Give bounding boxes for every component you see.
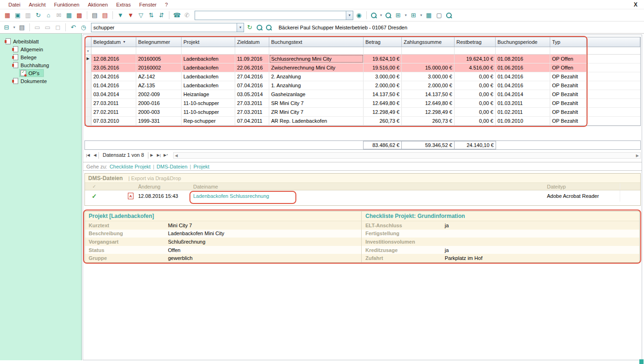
grid-cell[interactable]: Ladenbackofen <box>182 55 235 63</box>
column-header-buchungstext[interactable]: Buchungstext <box>269 37 364 47</box>
grid-cell[interactable]: 0,00 € <box>455 72 496 81</box>
grid-cell[interactable]: 01.04.2016 <box>91 81 136 90</box>
grid-cell[interactable]: SR Mini City 7 <box>269 99 364 107</box>
column-header-zahlungssumme[interactable]: Zahlungssumme <box>402 37 455 47</box>
refresh-icon[interactable]: ↻ <box>34 11 43 20</box>
grid-cell[interactable]: 19.516,00 € <box>364 63 402 72</box>
undo-icon[interactable]: ↶ <box>69 23 78 32</box>
grid-cell[interactable]: OP Bezahlt <box>550 81 587 90</box>
print-icon[interactable]: ▤ <box>90 11 99 20</box>
filter-cell[interactable] <box>182 47 235 54</box>
grid-row[interactable]: 01.04.2016 AZ-135 Ladenbackofen 07.04.20… <box>85 81 640 90</box>
home-icon[interactable]: ⌂ <box>44 11 53 20</box>
grid-cell[interactable]: 20.04.2016 <box>91 72 136 81</box>
grid-cell[interactable]: 2.000,00 € <box>402 81 455 90</box>
menu-datei[interactable]: Datei <box>8 2 21 7</box>
grid-cell[interactable]: 3.000,00 € <box>402 72 455 81</box>
chevron-down-icon[interactable]: ▾ <box>404 11 408 20</box>
grid-cell[interactable]: 260,73 € <box>364 117 402 125</box>
grid-cell[interactable]: 2000-016 <box>136 99 182 107</box>
menu-funktionen[interactable]: Funktionen <box>54 2 79 7</box>
close-icon[interactable]: X <box>634 1 637 8</box>
search-icon[interactable] <box>265 23 273 32</box>
refresh-data-icon[interactable]: ↻ <box>245 23 254 32</box>
table-check-icon[interactable]: ▦ <box>64 11 74 20</box>
goto-link-dms-dateien[interactable]: DMS-Dateien <box>157 164 188 169</box>
grid-cell[interactable]: Zwischenrechnung Mini City <box>269 63 364 72</box>
grid-cell[interactable]: Ladenbackofen <box>182 63 235 72</box>
filter-cell[interactable] <box>364 47 402 54</box>
screen-icon[interactable]: ▢ <box>434 11 444 20</box>
grid-cell[interactable]: AZ-142 <box>136 72 182 81</box>
sort-descending-icon[interactable]: ⇵ <box>157 11 166 20</box>
print-small-icon[interactable]: ▤ <box>17 23 27 32</box>
zoom-in-icon[interactable] <box>255 23 264 32</box>
filter-cell[interactable] <box>402 47 455 54</box>
grid-cell[interactable]: 20160002 <box>136 63 182 72</box>
dms-column-dateityp[interactable]: Dateityp <box>547 184 620 189</box>
menu-ansicht[interactable]: Ansicht <box>29 2 46 7</box>
grid-cell[interactable]: 12.649,80 € <box>364 99 402 107</box>
grid-row[interactable]: 03.04.2014 2002-009 Heizanlage 03.05.201… <box>85 90 640 99</box>
grid-cell[interactable]: 11-10-schupper <box>182 108 235 116</box>
dms-file-name-link[interactable]: Ladenbackofen Schlussrechnung <box>191 193 547 199</box>
menu-help[interactable]: ? <box>165 2 168 7</box>
sidebar-item-ops[interactable]: OP's <box>0 69 81 77</box>
grid-cell[interactable]: 07.03.2010 <box>91 117 136 125</box>
menu-fenster[interactable]: Fenster <box>139 2 156 7</box>
copy-icon[interactable]: ▥ <box>23 11 33 20</box>
filter-funnel-icon[interactable]: ▼ <box>85 47 91 54</box>
chevron-down-icon[interactable]: ▾ <box>419 11 423 20</box>
grid-cell[interactable]: Gasheizanlage <box>269 90 364 98</box>
grid-cell[interactable]: OP Bezahlt <box>550 108 587 116</box>
grid-cell[interactable]: 11.09.2016 <box>235 55 269 63</box>
grid-cell[interactable]: 22.06.2016 <box>235 63 269 72</box>
grid-cell[interactable]: 2000-003 <box>136 108 182 116</box>
column-header-projekt[interactable]: Projekt <box>182 37 235 47</box>
grid-cell[interactable]: 12.298,49 € <box>364 108 402 116</box>
scroll-right-icon[interactable]: ▶ <box>636 154 639 158</box>
filter-cell[interactable] <box>136 47 182 54</box>
grid-cell[interactable]: 27.03.2011 <box>91 99 136 107</box>
grid-cell[interactable]: 01.08.2016 <box>496 55 550 63</box>
grid-cell[interactable]: 07.04.2011 <box>235 117 269 125</box>
grid-cell[interactable]: 01.03.2011 <box>496 99 550 107</box>
sidebar-item-allgemein[interactable]: Allgemein <box>0 45 81 53</box>
filter-cell[interactable] <box>235 47 269 54</box>
grid-cell[interactable]: 4.516,00 € <box>455 63 496 72</box>
comment-icon[interactable]: ▭ <box>33 23 42 32</box>
position-pin-icon[interactable] <box>370 11 378 20</box>
grid-cell[interactable]: 15.000,00 € <box>402 63 455 72</box>
grid-cell[interactable]: 27.04.2016 <box>235 72 269 81</box>
column-header-typ[interactable]: Typ <box>550 37 587 47</box>
grid-cell[interactable]: 19.624,10 € <box>364 55 402 63</box>
grid-cell[interactable]: 01.04.2014 <box>496 90 550 98</box>
column-header-restbetrag[interactable]: Restbetrag <box>455 37 496 47</box>
grid-row[interactable]: ▶ 12.08.2016 20160005 Ladenbackofen 11.0… <box>85 55 640 63</box>
dms-column-aenderung[interactable]: Änderung <box>137 184 191 189</box>
print-cancel-icon[interactable]: ▤ <box>100 11 110 20</box>
grid-cell[interactable]: 03.05.2014 <box>235 90 269 98</box>
grid-cell[interactable] <box>402 55 455 63</box>
search-input[interactable] <box>91 25 237 30</box>
filter-icon[interactable]: ▽ <box>136 11 146 20</box>
scroll-left-icon[interactable]: ◀ <box>175 154 178 158</box>
grid-cell[interactable]: 01.09.2010 <box>496 117 550 125</box>
filter-add-icon[interactable]: ▼ <box>116 11 125 20</box>
nav-new-button[interactable]: ▶* <box>162 152 169 159</box>
chevron-down-icon[interactable]: ▾ <box>346 11 353 20</box>
column-header-betrag[interactable]: Betrag <box>364 37 402 47</box>
grid-cell[interactable]: 20160005 <box>136 55 182 63</box>
goto-link-checkliste-projekt[interactable]: Checkliste Projekt <box>110 164 151 169</box>
nav-last-button[interactable]: ▶| <box>155 152 162 159</box>
dms-column-dateiname[interactable]: Dateiname <box>191 184 547 189</box>
grid-cell[interactable]: Heizanlage <box>182 90 235 98</box>
note-icon[interactable]: ◻ <box>53 23 63 32</box>
sidebar-item-belege[interactable]: Belege <box>0 53 81 61</box>
grid-cell[interactable]: 14.137,50 € <box>364 90 402 98</box>
grid-filter-row[interactable]: ▼ <box>85 47 640 55</box>
grid-cell[interactable]: 0,00 € <box>455 81 496 90</box>
position-add-icon[interactable] <box>384 11 392 20</box>
grid-cell[interactable]: OP Bezahlt <box>550 72 587 81</box>
grid-cell[interactable]: 2002-009 <box>136 90 182 98</box>
